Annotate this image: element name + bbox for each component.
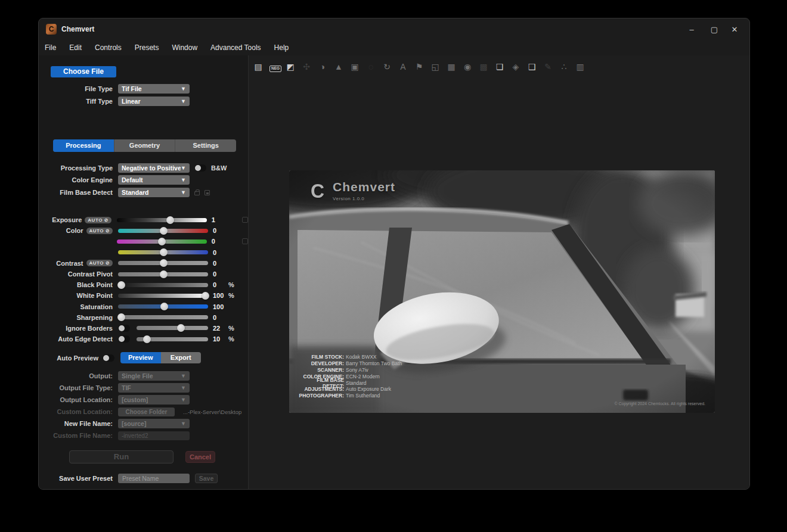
close-button[interactable]: ✕ — [724, 23, 745, 36]
slider-track[interactable] — [118, 272, 208, 276]
slider-label: Color — [66, 227, 83, 234]
tab-settings[interactable]: Settings — [175, 139, 236, 152]
slider-track[interactable] — [137, 326, 208, 330]
film-base-detect-select[interactable]: Standard ▼ — [118, 188, 190, 197]
auto-preview-toggle[interactable] — [103, 354, 114, 362]
output-select[interactable]: [source]▼ — [118, 419, 190, 428]
menu-item-window[interactable]: Window — [172, 43, 197, 52]
negative-mode-icon[interactable]: NEG — [269, 61, 279, 72]
zoom-icon[interactable]: ◉ — [463, 61, 472, 72]
slider-toggle[interactable] — [118, 325, 130, 332]
copy-icon[interactable] — [242, 217, 248, 223]
exposure-icon[interactable]: ◩ — [286, 61, 295, 72]
output-label: New File Name: — [64, 420, 113, 427]
document-icon[interactable]: ▥ — [575, 61, 585, 72]
slider-unit: % — [228, 335, 239, 343]
run-button[interactable]: Run — [69, 450, 173, 463]
tab-processing[interactable]: Processing — [53, 139, 114, 152]
slider-toggle[interactable] — [118, 335, 130, 343]
processing-type-row: Processing Type Negative to Positive ▼ B… — [39, 163, 248, 173]
slider-handle[interactable] — [160, 303, 168, 310]
slider-handle[interactable] — [166, 216, 174, 224]
image-icon[interactable]: ▦ — [447, 61, 456, 72]
border-icon[interactable]: ▣ — [350, 61, 360, 72]
slider-handle[interactable] — [160, 259, 168, 267]
control-sidebar: Choose File File Type Tif File ▼ Tiff Ty… — [39, 55, 248, 490]
processing-type-select[interactable]: Negative to Positive ▼ — [118, 163, 190, 173]
slider-track[interactable] — [118, 294, 208, 298]
color-wheel-icon[interactable]: ✣ — [302, 61, 311, 72]
lock-icon[interactable] — [194, 191, 200, 195]
menu-item-help[interactable]: Help — [274, 43, 289, 52]
maximize-button[interactable]: ▢ — [704, 23, 724, 36]
text-tool-icon[interactable]: A — [398, 61, 408, 72]
slider-track[interactable] — [118, 261, 208, 265]
tiff-type-select[interactable]: Linear ▼ — [118, 97, 190, 106]
window-title: Chemvert — [61, 25, 94, 33]
preset-name-input[interactable]: Preset Name — [118, 474, 190, 483]
crop-icon[interactable]: ◱ — [430, 61, 440, 72]
menu-item-presets[interactable]: Presets — [135, 43, 159, 52]
slider-handle[interactable] — [158, 238, 166, 245]
auto-badge[interactable]: AUTO ⊘ — [86, 260, 113, 266]
slider-track[interactable] — [118, 304, 208, 309]
choose-folder-button[interactable]: Choose Folder — [118, 407, 175, 416]
output-select[interactable]: [custom]▼ — [118, 395, 190, 405]
slider-handle[interactable] — [202, 292, 209, 300]
slider-handle[interactable] — [117, 281, 125, 289]
output-label: Output: — [89, 372, 113, 379]
menu-item-edit[interactable]: Edit — [69, 43, 82, 52]
slider-track[interactable] — [117, 218, 207, 222]
slider-track[interactable] — [117, 239, 207, 244]
auto-badge[interactable]: AUTO ⊘ — [85, 217, 111, 223]
contrast-icon[interactable]: ◑ — [318, 61, 327, 72]
tab-geometry[interactable]: Geometry — [114, 139, 175, 152]
choose-file-button[interactable]: Choose File — [51, 66, 116, 77]
sharpen-icon[interactable]: ▲ — [334, 61, 343, 72]
slider-label: White Point — [77, 292, 113, 299]
slider-handle[interactable] — [160, 248, 168, 256]
open-tif-file-icon[interactable]: ▤ — [253, 61, 263, 72]
flag-icon[interactable]: ⚑ — [414, 61, 424, 72]
slider-handle[interactable] — [117, 313, 125, 321]
color-engine-select[interactable]: Default ▼ — [118, 175, 190, 185]
export-button[interactable]: Export — [161, 352, 202, 363]
layers-icon[interactable]: ❏ — [495, 61, 504, 72]
minimize-button[interactable]: – — [681, 23, 702, 36]
menu-item-advanced-tools[interactable]: Advanced Tools — [210, 43, 261, 52]
slider-handle[interactable] — [143, 335, 151, 343]
output-row-output: Output:Single File▼ — [39, 370, 248, 382]
preview-button[interactable]: Preview — [120, 352, 161, 363]
nodes-icon[interactable]: ∴ — [559, 61, 569, 72]
cancel-button[interactable]: Cancel — [185, 451, 215, 463]
slider-track[interactable] — [118, 283, 208, 287]
output-select[interactable]: Single File▼ — [118, 371, 190, 381]
save-preset-button[interactable]: Save — [195, 474, 218, 483]
slider-track[interactable] — [118, 315, 208, 319]
custom-file-name-input[interactable]: -inverted2 — [118, 431, 190, 440]
output-select[interactable]: TIF▼ — [118, 383, 190, 393]
slider-track[interactable] — [118, 229, 208, 233]
vignette-icon[interactable]: ◈ — [511, 61, 520, 72]
slider-track[interactable] — [118, 250, 208, 254]
auto-badge[interactable]: AUTO ⊘ — [86, 228, 113, 234]
bw-toggle[interactable] — [194, 164, 206, 172]
copy-icon[interactable] — [242, 238, 248, 244]
slider-row-color: ColorAUTO ⊘0 — [39, 225, 248, 236]
slider-handle[interactable] — [177, 324, 185, 332]
chevron-down-icon: ▼ — [181, 177, 186, 183]
slider-label: Black Point — [77, 281, 113, 288]
grid-icon[interactable]: ▩ — [479, 61, 488, 72]
blur-icon[interactable]: ◌ — [366, 61, 376, 72]
menu-item-controls[interactable]: Controls — [95, 43, 122, 52]
pencil-icon[interactable]: ✎ — [543, 61, 553, 72]
export-file-icon[interactable]: ❑ — [527, 61, 537, 72]
slider-handle[interactable] — [160, 227, 168, 235]
menu-item-file[interactable]: File — [45, 43, 56, 52]
slider-row-auto-edge-detect: Auto Edge Detect10% — [39, 334, 248, 344]
rotate-icon[interactable]: ↻ — [382, 61, 392, 72]
save-base-icon[interactable] — [205, 190, 210, 195]
slider-track[interactable] — [137, 337, 208, 341]
file-type-select[interactable]: Tif File ▼ — [118, 84, 190, 94]
slider-handle[interactable] — [160, 270, 168, 278]
